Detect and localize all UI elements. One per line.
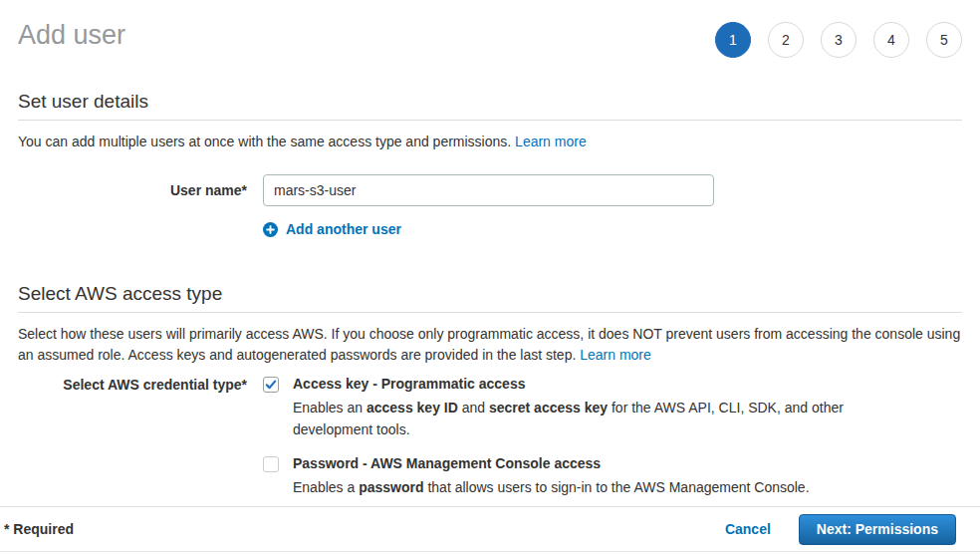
wizard-step-4: 4 — [873, 22, 909, 58]
cancel-button[interactable]: Cancel — [725, 521, 771, 537]
password-option-label: Password - AWS Management Console access — [293, 455, 810, 472]
step-number: 5 — [940, 32, 948, 48]
step-number: 3 — [835, 32, 843, 48]
password-option-desc: Enables a password that allows users to … — [293, 476, 810, 498]
step-number: 2 — [782, 32, 790, 48]
user-details-intro: You can add multiple users at once with … — [18, 132, 962, 152]
desc-segment-bold: access key ID — [367, 400, 458, 416]
footer-bar: * Required Cancel Next: Permissions — [0, 506, 980, 551]
main-content: Set user details You can add multiple us… — [0, 58, 980, 498]
add-another-user[interactable]: Add another user — [263, 221, 962, 237]
option-text: Access key - Programmatic access Enables… — [293, 376, 847, 440]
page-header: Add user 1 2 3 4 5 — [0, 14, 980, 58]
desc-segment: Enables a — [293, 479, 359, 495]
username-row: User name* — [18, 174, 962, 206]
wizard-step-3: 3 — [821, 22, 857, 58]
desc-segment-bold: password — [359, 479, 423, 495]
section-divider — [18, 312, 962, 313]
wizard-step-2: 2 — [768, 22, 804, 58]
footer: * Required Cancel Next: Permissions — [0, 506, 980, 554]
wizard-step-1: 1 — [715, 22, 751, 58]
access-key-checkbox[interactable] — [263, 377, 279, 393]
username-label: User name* — [18, 174, 247, 206]
credential-options: Access key - Programmatic access Enables… — [263, 376, 847, 498]
learn-more-link-user-details[interactable]: Learn more — [515, 134, 587, 149]
access-type-heading: Select AWS access type — [18, 283, 962, 305]
required-note: * Required — [4, 521, 74, 537]
password-option: Password - AWS Management Console access… — [263, 455, 847, 498]
next-permissions-button[interactable]: Next: Permissions — [799, 514, 956, 545]
desc-segment: that allows users to sign-in to the AWS … — [424, 479, 810, 495]
wizard-step-5: 5 — [926, 22, 962, 58]
desc-segment: Enables an — [293, 400, 367, 416]
credential-type-label: Select AWS credential type* — [18, 376, 247, 498]
checkmark-icon — [265, 379, 277, 391]
step-number: 1 — [729, 32, 737, 48]
desc-segment-bold: secret access key — [489, 400, 608, 416]
username-input[interactable] — [263, 174, 714, 206]
option-text: Password - AWS Management Console access… — [293, 455, 810, 498]
password-checkbox[interactable] — [263, 456, 279, 472]
step-number: 4 — [887, 32, 895, 48]
learn-more-link-access-type[interactable]: Learn more — [580, 347, 651, 363]
access-type-intro: Select how these users will primarily ac… — [18, 324, 962, 366]
access-key-option-label: Access key - Programmatic access — [293, 376, 847, 393]
plus-circle-icon — [263, 222, 278, 237]
access-key-option-desc: Enables an access key ID and secret acce… — [293, 397, 847, 440]
add-user-page: Add user 1 2 3 4 5 Set user details You … — [0, 0, 980, 554]
user-details-heading: Set user details — [18, 91, 962, 113]
footer-actions: Cancel Next: Permissions — [725, 514, 956, 545]
add-another-user-link[interactable]: Add another user — [286, 221, 401, 237]
credential-type-row: Select AWS credential type* Access key -… — [18, 376, 962, 498]
intro-text: Select how these users will primarily ac… — [18, 326, 960, 363]
page-title: Add user — [18, 18, 125, 52]
section-divider — [18, 120, 962, 121]
wizard-step-indicator: 1 2 3 4 5 — [715, 22, 962, 58]
access-key-option: Access key - Programmatic access Enables… — [263, 376, 847, 440]
desc-segment: and — [458, 400, 489, 416]
intro-text: You can add multiple users at once with … — [18, 134, 515, 149]
